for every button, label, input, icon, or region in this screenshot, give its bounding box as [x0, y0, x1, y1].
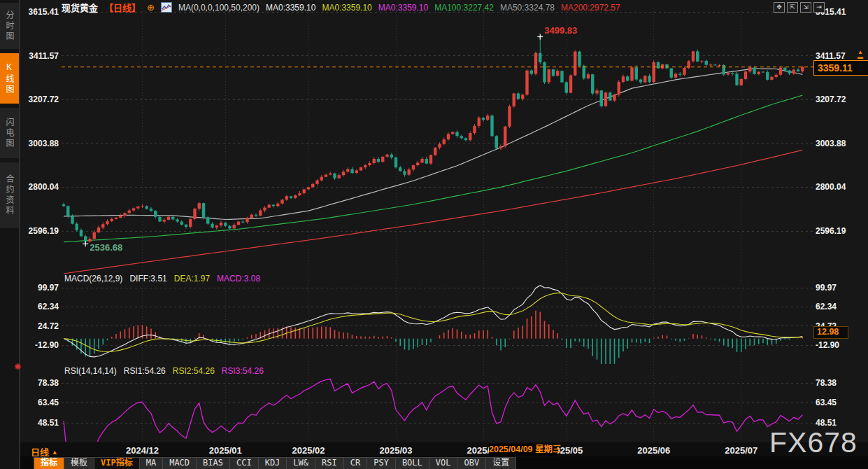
- price-axis-label-left: 3003.88: [20, 139, 59, 148]
- time-axis-label: 2025/07: [725, 445, 757, 456]
- ma-legend-entry-4: MA100:3227.42: [434, 3, 494, 13]
- kline-chart-canvas[interactable]: [0, 0, 868, 469]
- ma-line-MA200: [64, 150, 802, 274]
- time-axis-label: 2025/02: [292, 445, 325, 456]
- pan-icon[interactable]: ✥: [774, 2, 785, 13]
- macd-title: MACD(26,12,9): [64, 274, 122, 284]
- toolbar-button-VOL[interactable]: VOL: [429, 457, 458, 469]
- sidebar-tab-3[interactable]: 闪电图: [0, 108, 19, 158]
- sidebar-tab-1[interactable]: 分时图: [0, 3, 19, 49]
- macd-dea-value: DEA:1.97: [174, 274, 210, 284]
- toolbar-button-OBV[interactable]: OBV: [457, 457, 486, 469]
- macd-value-tag: 12.98: [813, 326, 848, 339]
- toolbar-button-CR[interactable]: CR: [344, 457, 367, 469]
- toolbar-button-模板[interactable]: 模板: [64, 457, 94, 469]
- macd-axis-label-left: 24.72: [20, 321, 59, 331]
- macd-macd-value: MACD:3.08: [217, 274, 260, 284]
- price-axis-label-left: 3615.41: [20, 7, 59, 17]
- toolbar-button-LW&[interactable]: LW&: [287, 457, 315, 469]
- indicator-toolbar: 指标模板VIP指标MAMACDBIASCCIKDJLW&RSICRPSYBOLL…: [0, 456, 868, 469]
- ma-legend-entry-1: MA0:3359.10: [266, 3, 315, 13]
- macd-axis-label-right: 62.34: [816, 302, 837, 312]
- low-price-annotation: 2536.68: [90, 242, 122, 253]
- toolbar-button-KDJ[interactable]: KDJ: [259, 457, 287, 469]
- rsi-panel-header: RSI(14,14,14) RSI1:54.26 RSI2:54.26 RSI3…: [64, 366, 264, 376]
- macd-axis-label-right: -12.90: [816, 340, 839, 350]
- sidebar-tab-4[interactable]: 合约资料: [0, 162, 19, 228]
- time-axis-label: 2025/01: [209, 445, 242, 456]
- ma-legend-entry-6: MA200:2972.57: [561, 3, 620, 13]
- rsi-axis-label-left: 48.51: [20, 418, 59, 428]
- price-axis-label-left: 3411.57: [20, 51, 59, 61]
- period-badge: 【日线】: [104, 1, 141, 14]
- sidebar-tab-2[interactable]: K线图: [0, 53, 19, 104]
- toolbar-button-设置[interactable]: 设置: [486, 457, 516, 469]
- ma-line-MA50: [64, 69, 802, 220]
- rsi1-value: RSI1:54.26: [124, 366, 166, 376]
- toolbar-button-MA[interactable]: MA: [140, 457, 163, 469]
- shift-right-icon[interactable]: ⇥: [813, 2, 825, 13]
- toolbar-button-PSY[interactable]: PSY: [367, 457, 396, 469]
- macd-axis-label-left: 99.97: [20, 283, 59, 293]
- price-axis-label-left: 3207.72: [20, 94, 59, 104]
- rsi-axis-label-right: 78.38: [816, 378, 837, 388]
- price-axis-label-right: 2596.19: [816, 226, 846, 236]
- price-axis-label-left: 2596.19: [20, 226, 59, 236]
- mini-chart-icon[interactable]: [161, 2, 172, 13]
- period-selector-arrow-icon: ▲: [52, 449, 58, 456]
- macd-diff-line: [64, 286, 802, 357]
- macd-axis-label-left: 62.34: [20, 302, 59, 312]
- toolbar-button-RSI[interactable]: RSI: [315, 457, 344, 469]
- ma-legend-entry-5: MA50:3324.78: [500, 3, 555, 13]
- chart-tools: ✥⇱⇲⇥: [774, 2, 825, 13]
- time-axis-label: 2025/03: [380, 445, 413, 456]
- ma-legend-entry-3: MA0:3359.10: [378, 3, 428, 13]
- rsi-settings-icon[interactable]: ✺: [14, 363, 21, 371]
- time-axis-label: 2024/12: [126, 445, 159, 456]
- rsi2-value: RSI2:54.26: [173, 366, 215, 376]
- price-axis-label-right: 3411.57: [816, 51, 846, 61]
- toolbar-button-指标[interactable]: 指标: [34, 457, 64, 469]
- ma-legend-entry-2: MA0:3359.10: [322, 3, 371, 13]
- rsi-axis-label-left: 63.45: [20, 398, 59, 407]
- toolbar-button-BOLL[interactable]: BOLL: [396, 457, 429, 469]
- price-alert-marker-icon[interactable]: ▲▬: [855, 50, 866, 59]
- price-axis-label-right: 2800.04: [816, 182, 846, 192]
- price-axis-label-right: 3003.88: [816, 139, 846, 148]
- macd-panel-header: MACD(26,12,9) DIFF:3.51 DEA:1.97 MACD:3.…: [64, 274, 260, 284]
- toolbar-button-MACD[interactable]: MACD: [163, 457, 197, 469]
- fx678-watermark: FX678: [769, 426, 858, 459]
- chart-type-sidebar: ✺ 分时图K线图闪电图合约资料: [0, 0, 20, 469]
- rsi-axis-label-right: 63.45: [816, 398, 837, 407]
- macd-axis-label-right: 99.97: [816, 283, 837, 293]
- last-price-tag: 3359.11: [813, 60, 868, 76]
- price-axis-label-left: 2800.04: [20, 182, 59, 192]
- time-axis-label: 2025/06: [637, 445, 670, 456]
- toolbar-button-CCI[interactable]: CCI: [230, 457, 259, 469]
- high-price-annotation: 3499.83: [544, 25, 577, 36]
- toolbar-button-VIP指标[interactable]: VIP指标: [94, 457, 140, 469]
- add-indicator-icon[interactable]: ⊕: [147, 2, 155, 13]
- toolbar-button-BIAS[interactable]: BIAS: [197, 457, 230, 469]
- price-axis-label-right: 3207.72: [816, 94, 846, 104]
- rsi-title: RSI(14,14,14): [64, 366, 117, 376]
- hover-date-tooltip: 2025/04/09 星期三: [489, 444, 557, 456]
- chart-legend: 现货黄金 【日线】 ⊕ MA(0,0,0,100,50,200) MA0:335…: [62, 2, 620, 13]
- rsi-axis-label-left: 78.38: [20, 378, 59, 388]
- macd-diff-value: DIFF:3.51: [129, 274, 166, 284]
- scale-right-axis-icon[interactable]: ⇲: [800, 2, 811, 13]
- rsi3-value: RSI3:54.26: [222, 366, 264, 376]
- ma-line-MA100: [64, 95, 802, 242]
- symbol-name: 现货黄金: [62, 1, 98, 14]
- scale-left-axis-icon[interactable]: ⇱: [787, 2, 798, 13]
- ma-settings-label: MA(0,0,0,100,50,200): [178, 3, 259, 13]
- kline-app-window: { "window": {"title": "现货黄金 日线 K线图", "wi…: [0, 0, 868, 469]
- macd-axis-label-left: -12.90: [20, 340, 59, 350]
